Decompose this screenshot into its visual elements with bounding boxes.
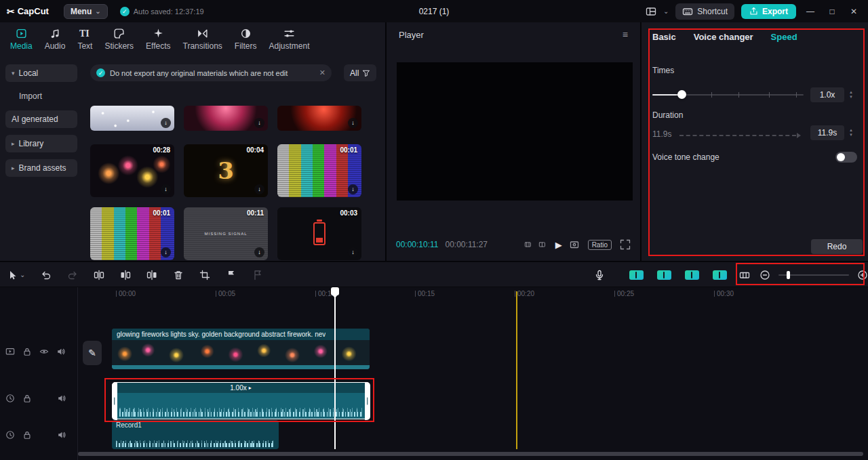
- download-icon[interactable]: ↓: [348, 118, 358, 128]
- speaker-icon[interactable]: [57, 430, 66, 440]
- close-button[interactable]: ✕: [846, 7, 861, 16]
- delete-button[interactable]: [173, 270, 184, 280]
- tab-transitions[interactable]: Transitions: [177, 26, 229, 52]
- lock-icon[interactable]: [22, 347, 32, 356]
- track-preview-icon[interactable]: [5, 347, 15, 356]
- tab-voice-changer[interactable]: Voice changer: [694, 32, 753, 42]
- play-button[interactable]: ▶: [555, 240, 562, 250]
- freeze-button[interactable]: [252, 270, 263, 280]
- sidebar-item-local[interactable]: ▾ Local: [5, 64, 77, 82]
- download-icon[interactable]: ↓: [254, 184, 264, 194]
- media-thumbnail[interactable]: MISSING SIGNAL 00:11 ↓: [184, 207, 268, 260]
- video-preview[interactable]: [397, 62, 633, 201]
- split-button[interactable]: [94, 270, 104, 280]
- trim-right-button[interactable]: [146, 270, 157, 280]
- menu-button[interactable]: Menu ⌄: [64, 4, 108, 19]
- times-stepper[interactable]: ▲▼: [848, 87, 854, 102]
- zoom-slider[interactable]: [778, 274, 849, 276]
- media-thumbnail[interactable]: 00:01 ↓: [277, 144, 361, 197]
- redo-history-button[interactable]: [67, 270, 78, 280]
- filter-all-button[interactable]: All: [344, 64, 376, 81]
- workspace-layout-icon[interactable]: [646, 6, 656, 17]
- trim-left-button[interactable]: [120, 270, 131, 280]
- duration-value-box[interactable]: 11.9s: [810, 125, 844, 140]
- zoom-in-icon[interactable]: [857, 270, 868, 280]
- edit-clip-button[interactable]: ✎: [83, 341, 102, 365]
- clip-trim-left-handle[interactable]: [112, 382, 117, 420]
- download-icon[interactable]: ↓: [254, 118, 264, 128]
- download-icon[interactable]: ↓: [348, 247, 358, 257]
- media-thumbnail[interactable]: 3 00:04 ↓: [184, 144, 268, 197]
- clock-icon[interactable]: [5, 394, 15, 403]
- download-icon[interactable]: ↓: [348, 184, 358, 194]
- download-icon[interactable]: ↓: [254, 247, 264, 257]
- voice-tone-toggle[interactable]: [835, 152, 857, 163]
- media-thumbnail[interactable]: ↓: [277, 106, 361, 131]
- undo-button[interactable]: [41, 270, 52, 280]
- position-lock-icon[interactable]: [685, 270, 699, 280]
- focus-icon[interactable]: [569, 239, 580, 250]
- tab-audio[interactable]: Audio: [39, 26, 72, 52]
- ratio-button[interactable]: Ratio: [588, 240, 612, 250]
- clock-icon[interactable]: [5, 430, 15, 440]
- redo-button[interactable]: Redo: [811, 239, 863, 254]
- media-thumbnail[interactable]: ↓: [184, 106, 268, 131]
- duration-stepper[interactable]: ▲▼: [848, 125, 854, 140]
- sidebar-item-import[interactable]: Import: [5, 89, 77, 104]
- clear-filter-icon[interactable]: ✕: [319, 68, 326, 77]
- magnetic-snap-icon[interactable]: [629, 270, 644, 280]
- times-slider-handle[interactable]: [677, 90, 686, 99]
- minimize-button[interactable]: —: [803, 7, 818, 16]
- tab-stickers[interactable]: Stickers: [98, 26, 140, 52]
- previous-frame-icon[interactable]: [524, 239, 532, 250]
- download-icon[interactable]: ↓: [161, 247, 171, 257]
- crop-button[interactable]: [199, 270, 210, 280]
- media-thumbnail[interactable]: 00:28 ↓: [90, 144, 174, 197]
- preview-frames-icon[interactable]: [739, 270, 750, 280]
- next-frame-icon[interactable]: [538, 239, 546, 250]
- search-filter-chip[interactable]: ✓ Do not export any original materials w…: [90, 64, 332, 81]
- tab-effects[interactable]: Effects: [140, 26, 176, 52]
- media-thumbnail[interactable]: 00:03 ↓: [277, 207, 361, 260]
- marker-button[interactable]: [226, 270, 237, 280]
- audio-clip-selected[interactable]: 1.00x ▸: [112, 382, 370, 419]
- download-icon[interactable]: ↓: [161, 184, 171, 194]
- maximize-button[interactable]: □: [825, 7, 840, 16]
- zoom-out-icon[interactable]: [760, 270, 770, 280]
- tab-basic[interactable]: Basic: [652, 32, 676, 42]
- linking-icon[interactable]: [657, 270, 671, 280]
- sidebar-item-library[interactable]: ▸ Library: [5, 135, 77, 152]
- sidebar-item-brand-assets[interactable]: ▸ Brand assets: [5, 159, 77, 177]
- export-button[interactable]: Export: [741, 4, 796, 19]
- record-clip[interactable]: Record1: [112, 420, 279, 449]
- eye-icon[interactable]: [39, 347, 49, 356]
- media-thumbnail[interactable]: ↓: [90, 106, 174, 131]
- download-icon[interactable]: ↓: [161, 118, 171, 128]
- tab-filters[interactable]: Filters: [229, 26, 263, 52]
- lock-icon[interactable]: [22, 394, 32, 403]
- lock-icon[interactable]: [22, 430, 32, 440]
- tool-dropdown-chevron[interactable]: ⌄: [20, 272, 25, 278]
- sidebar-item-ai-generated[interactable]: AI generated: [5, 110, 77, 128]
- tab-speed[interactable]: Speed: [771, 32, 797, 42]
- playhead[interactable]: [334, 287, 336, 449]
- media-thumbnail[interactable]: 00:01 ↓: [90, 207, 174, 260]
- tab-adjustment[interactable]: Adjustment: [262, 26, 315, 52]
- auto-ripple-icon[interactable]: [713, 270, 727, 280]
- tab-media[interactable]: Media: [4, 26, 39, 52]
- times-value-box[interactable]: 1.0x: [810, 87, 844, 102]
- speaker-icon[interactable]: [56, 347, 66, 356]
- times-slider[interactable]: [652, 90, 804, 100]
- select-tool-button[interactable]: [7, 270, 18, 280]
- clip-trim-right-handle[interactable]: [365, 382, 370, 420]
- playhead-handle[interactable]: [331, 287, 339, 295]
- speaker-icon[interactable]: [57, 394, 66, 403]
- player-menu-icon[interactable]: ≡: [623, 29, 628, 40]
- zoom-slider-handle[interactable]: [787, 271, 790, 279]
- layout-chevron-icon[interactable]: ⌄: [663, 8, 669, 15]
- record-voiceover-button[interactable]: [594, 270, 605, 280]
- video-clip[interactable]: glowing fireworks lights sky. golden bac…: [112, 329, 370, 369]
- shortcut-button[interactable]: Shortcut: [675, 3, 734, 20]
- timeline-horizontal-scrollbar[interactable]: [78, 452, 863, 456]
- tab-text[interactable]: TI Text: [71, 26, 98, 52]
